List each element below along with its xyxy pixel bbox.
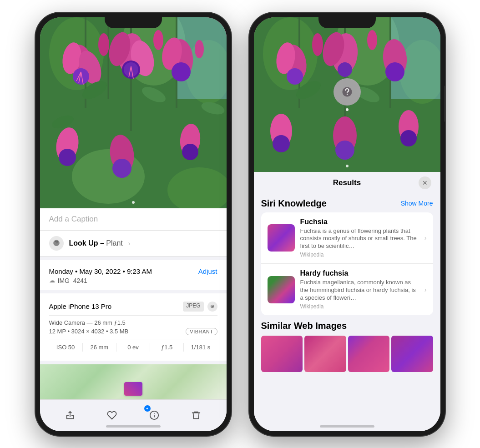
lookup-chevron: › bbox=[128, 240, 131, 247]
adjust-button[interactable]: Adjust bbox=[198, 267, 217, 275]
filename-row: ☁ IMG_4241 bbox=[49, 277, 217, 284]
device-header: Apple iPhone 13 Pro JPEG ⊕ bbox=[49, 299, 217, 316]
device-section: Apple iPhone 13 Pro JPEG ⊕ Wide Camera —… bbox=[40, 293, 227, 361]
caption-area[interactable]: Add a Caption bbox=[40, 208, 227, 231]
format-badge: JPEG bbox=[183, 302, 203, 312]
filename-text: IMG_4241 bbox=[58, 277, 87, 284]
date-row: Monday • May 30, 2022 • 9:23 AM Adjust bbox=[49, 267, 217, 275]
hardy-fuchsia-thumbnail bbox=[268, 276, 295, 303]
fuchsia-thumbnail bbox=[268, 224, 295, 252]
share-button[interactable] bbox=[62, 407, 78, 423]
svg-point-60 bbox=[367, 30, 377, 50]
fuchsia-name: Fuchsia bbox=[300, 218, 419, 226]
svg-point-59 bbox=[312, 33, 323, 56]
sparkle-badge: ✦ bbox=[144, 405, 151, 412]
exif-iso: ISO 50 bbox=[49, 343, 83, 352]
right-page-indicator bbox=[346, 165, 349, 167]
results-title: Results bbox=[276, 178, 419, 187]
svg-point-23 bbox=[172, 62, 191, 81]
exif-ev: 0 ev bbox=[116, 343, 150, 352]
right-phone: Results ✕ Siri Knowledge Show More Fuc bbox=[249, 13, 445, 436]
location-icon: ⊕ bbox=[207, 302, 217, 312]
filter-badge: VIBRANT bbox=[186, 328, 217, 335]
svg-point-15 bbox=[73, 68, 89, 85]
svg-point-66 bbox=[400, 130, 417, 146]
map-marker bbox=[124, 382, 142, 396]
similar-images-grid bbox=[261, 336, 433, 372]
date-section: Monday • May 30, 2022 • 9:23 AM Adjust ☁… bbox=[40, 260, 227, 290]
svg-point-32 bbox=[182, 144, 198, 160]
show-more-button[interactable]: Show More bbox=[401, 200, 433, 207]
svg-point-58 bbox=[385, 62, 404, 81]
similar-image-3[interactable] bbox=[348, 336, 390, 372]
fuchsia-description: Fuchsia is a genus of flowering plants t… bbox=[300, 227, 419, 251]
svg-point-30 bbox=[112, 159, 131, 178]
similar-image-2[interactable] bbox=[304, 336, 346, 372]
right-phone-screen: Results ✕ Siri Knowledge Show More Fuc bbox=[254, 17, 440, 431]
fuchsia-text: Fuchsia Fuchsia is a genus of flowering … bbox=[300, 218, 419, 258]
hardy-fuchsia-chevron: › bbox=[424, 286, 427, 293]
svg-point-56 bbox=[338, 62, 352, 77]
knowledge-item-hardy-fuchsia[interactable]: Hardy fuchsia Fuchsia magellanica, commo… bbox=[261, 264, 433, 315]
lookup-text: Look Up – Plant bbox=[69, 239, 123, 247]
resolution-text: 12 MP • 3024 × 4032 • 3.5 MB bbox=[49, 328, 129, 335]
lookup-row[interactable]: Look Up – Plant › bbox=[40, 231, 227, 257]
lookup-indicator-dot bbox=[346, 108, 349, 111]
cloud-icon: ☁ bbox=[49, 277, 55, 284]
heart-button[interactable] bbox=[104, 407, 120, 423]
fuchsia-chevron: › bbox=[424, 234, 427, 242]
close-icon: ✕ bbox=[422, 179, 428, 186]
svg-point-62 bbox=[273, 135, 290, 152]
left-phone-screen: Add a Caption Look Up – Plant › Mon bbox=[40, 17, 227, 431]
similar-image-4[interactable] bbox=[391, 336, 433, 372]
camera-details: Wide Camera — 26 mm ƒ1.5 12 MP • 3024 × … bbox=[49, 316, 217, 339]
hardy-fuchsia-source: Wikipedia bbox=[300, 303, 419, 310]
results-header: Results ✕ bbox=[254, 172, 440, 193]
hardy-fuchsia-text: Hardy fuchsia Fuchsia magellanica, commo… bbox=[300, 269, 419, 310]
hardy-fuchsia-description: Fuchsia magellanica, commonly known as t… bbox=[300, 279, 419, 302]
exif-aperture: ƒ1.5 bbox=[150, 343, 184, 352]
visual-lookup-button[interactable] bbox=[333, 78, 361, 106]
left-phone: Add a Caption Look Up – Plant › Mon bbox=[35, 13, 231, 436]
right-photo-area bbox=[254, 17, 440, 172]
svg-point-20 bbox=[124, 62, 138, 77]
similar-image-1[interactable] bbox=[261, 336, 303, 372]
hardy-fuchsia-name: Hardy fuchsia bbox=[300, 269, 419, 277]
knowledge-card: Fuchsia Fuchsia is a genus of flowering … bbox=[261, 212, 433, 315]
device-name: Apple iPhone 13 Pro bbox=[49, 302, 112, 310]
results-content: Siri Knowledge Show More Fuchsia Fuchsia… bbox=[254, 193, 440, 431]
svg-point-25 bbox=[153, 30, 163, 50]
trash-button[interactable] bbox=[188, 407, 204, 423]
right-home-indicator bbox=[320, 425, 374, 428]
svg-point-69 bbox=[346, 94, 347, 95]
exif-row: ISO 50 26 mm 0 ev ƒ1.5 1/181 s bbox=[49, 339, 217, 355]
badge-row: JPEG ⊕ bbox=[183, 302, 217, 312]
results-panel: Results ✕ Siri Knowledge Show More Fuc bbox=[254, 172, 440, 431]
lookup-icon bbox=[49, 236, 64, 251]
svg-point-24 bbox=[98, 33, 109, 56]
fuchsia-source: Wikipedia bbox=[300, 252, 419, 258]
similar-images-section: Similar Web Images bbox=[261, 315, 433, 376]
svg-point-53 bbox=[287, 68, 303, 85]
siri-knowledge-title: Siri Knowledge bbox=[261, 198, 327, 209]
map-marker-image bbox=[124, 382, 142, 396]
svg-point-26 bbox=[195, 40, 204, 58]
info-panel: Add a Caption Look Up – Plant › Mon bbox=[40, 208, 227, 399]
knowledge-item-fuchsia[interactable]: Fuchsia Fuchsia is a genus of flowering … bbox=[261, 212, 433, 264]
similar-images-title: Similar Web Images bbox=[261, 321, 433, 331]
page-indicator bbox=[132, 201, 135, 204]
photo-area[interactable] bbox=[40, 17, 227, 208]
svg-point-28 bbox=[59, 149, 76, 166]
map-preview[interactable] bbox=[40, 364, 227, 399]
close-button[interactable]: ✕ bbox=[419, 176, 431, 189]
exif-shutter: 1/181 s bbox=[184, 343, 217, 352]
camera-resolution: 12 MP • 3024 × 4032 • 3.5 MB VIBRANT bbox=[49, 328, 217, 335]
date-text: Monday • May 30, 2022 • 9:23 AM bbox=[49, 267, 152, 275]
home-indicator bbox=[106, 425, 161, 428]
exif-focal: 26 mm bbox=[83, 343, 116, 352]
info-button[interactable]: ✦ bbox=[146, 407, 162, 423]
camera-spec: Wide Camera — 26 mm ƒ1.5 bbox=[49, 319, 217, 326]
caption-placeholder: Add a Caption bbox=[49, 215, 98, 223]
svg-point-64 bbox=[335, 141, 354, 160]
siri-knowledge-header: Siri Knowledge Show More bbox=[261, 193, 433, 212]
